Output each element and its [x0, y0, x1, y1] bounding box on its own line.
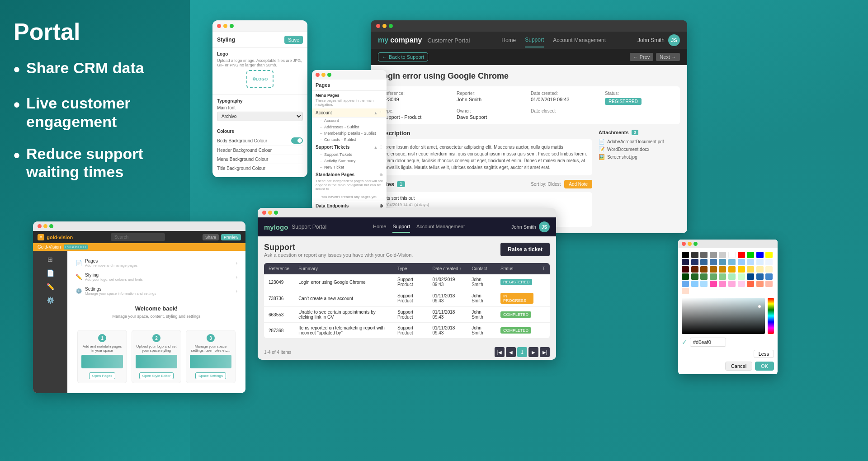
attachment-3[interactable]: 🖼️ Screenshot.jpg	[599, 153, 680, 161]
swatch-pink4[interactable]	[738, 281, 745, 287]
swatch-black[interactable]	[682, 252, 689, 258]
swatch-blue10[interactable]	[700, 281, 708, 287]
nav-settings[interactable]: ⚙️ Settings Manage your space informatio…	[73, 284, 240, 298]
subitem-new-ticket[interactable]: New Ticket	[312, 164, 387, 170]
swatch-teal4[interactable]	[756, 259, 764, 265]
subitem-addresses[interactable]: Addresses - Sublist	[312, 124, 387, 130]
close-dot-p[interactable]	[316, 73, 320, 77]
swatch-teal1[interactable]	[728, 259, 736, 265]
color-hex-input[interactable]	[690, 338, 726, 347]
close-dot[interactable]	[217, 24, 221, 28]
nav-pages[interactable]: 📄 Pages Add, remove and manage pages ›	[73, 256, 240, 270]
page-1-btn[interactable]: 1	[517, 347, 527, 357]
page-first-btn[interactable]: |◀	[495, 347, 505, 357]
table-row[interactable]: 738736 Can't create a new account Suppor…	[264, 290, 550, 307]
max-dot-p[interactable]	[327, 73, 331, 77]
support-tickets-header[interactable]: Support Tickets ▲ ⋮	[312, 143, 387, 151]
subitem-activity[interactable]: Activity Summary	[312, 158, 387, 164]
support-nav-support[interactable]: Support	[392, 221, 410, 233]
table-row[interactable]: 287368 Items reported on telemarketing r…	[264, 323, 550, 339]
nav-account[interactable]: Account Management	[553, 33, 606, 47]
raise-ticket-button[interactable]: Raise a ticket	[500, 243, 550, 256]
swatch-yellow[interactable]	[765, 252, 773, 258]
swatch-yellow4[interactable]	[756, 266, 764, 273]
min-dot-t[interactable]	[382, 24, 387, 28]
swatch-orange2[interactable]	[719, 266, 726, 273]
swatch-dark[interactable]	[691, 252, 698, 258]
swatch-peach[interactable]	[756, 281, 764, 287]
logo-placeholder[interactable]: ⚙ LOGO	[246, 70, 274, 88]
close-dot-c[interactable]	[682, 242, 686, 246]
close-dot-t[interactable]	[376, 24, 380, 28]
min-dot-a[interactable]	[43, 224, 47, 228]
swatch-blue7[interactable]	[765, 273, 773, 280]
swatch-peach2[interactable]	[765, 281, 773, 287]
support-nav-account[interactable]: Account Management	[416, 221, 465, 233]
swatch-blue6[interactable]	[756, 273, 764, 280]
sidebar-item-pages[interactable]: 📄	[33, 267, 67, 280]
swatch-blue5[interactable]	[747, 273, 754, 280]
swatch-red[interactable]	[738, 252, 745, 258]
swatch-light[interactable]	[719, 252, 726, 258]
share-button[interactable]: Share	[203, 234, 219, 240]
swatch-teal2[interactable]	[738, 259, 745, 265]
max-dot-a[interactable]	[49, 224, 53, 228]
swatch-blue2[interactable]	[700, 259, 708, 265]
account-item[interactable]: Account ▲ ⋮	[312, 108, 387, 118]
ok-button[interactable]: OK	[755, 362, 774, 371]
swatch-yellow2[interactable]	[738, 266, 745, 273]
swatch-green4[interactable]	[710, 273, 717, 280]
subitem-membership[interactable]: Membership Details - Sublist	[312, 130, 387, 136]
swatch-white[interactable]	[728, 252, 736, 258]
swatch-pink1[interactable]	[710, 281, 717, 287]
swatch-navy[interactable]	[682, 259, 689, 265]
swatch-salmon[interactable]	[747, 281, 754, 287]
nav-home[interactable]: Home	[501, 33, 516, 47]
prev-button[interactable]: ← Prev	[630, 53, 654, 61]
nav-styling[interactable]: ✏️ Styling Add your logo, set colours an…	[73, 270, 240, 284]
swatch-blue8[interactable]	[682, 281, 689, 287]
swatch-blue4[interactable]	[719, 259, 726, 265]
max-dot-s[interactable]	[274, 211, 278, 215]
swatch-peach3[interactable]	[682, 288, 689, 294]
swatch-cream[interactable]	[765, 266, 773, 273]
cancel-button[interactable]: Cancel	[725, 362, 752, 371]
sidebar-item-settings[interactable]: ⚙️	[33, 294, 67, 307]
max-dot[interactable]	[230, 24, 234, 28]
swatch-yellow3[interactable]	[747, 266, 754, 273]
body-bg-toggle[interactable]	[291, 137, 303, 144]
subitem-contacts[interactable]: Contacts - Sublist	[312, 136, 387, 143]
admin-search-input[interactable]	[111, 233, 165, 241]
max-dot-t[interactable]	[389, 24, 393, 28]
page-last-btn[interactable]: ▶|	[540, 347, 550, 357]
swatch-blue9[interactable]	[691, 281, 698, 287]
swatch-darkred[interactable]	[682, 266, 689, 273]
swatch-brown1[interactable]	[691, 266, 698, 273]
swatch-grey[interactable]	[710, 252, 717, 258]
subitem-account[interactable]: Account	[312, 118, 387, 124]
next-button[interactable]: Next →	[656, 53, 680, 61]
page-prev-btn[interactable]: ◀	[506, 347, 516, 357]
swatch-teal5[interactable]	[765, 259, 773, 265]
table-row[interactable]: 123049 Login error using Google Chrome S…	[264, 274, 550, 290]
page-next-btn[interactable]: ▶	[528, 347, 538, 357]
swatch-darkgreen[interactable]	[682, 273, 689, 280]
swatch-green6[interactable]	[728, 273, 736, 280]
swatch-brown2[interactable]	[700, 266, 708, 273]
close-dot-a[interactable]	[38, 224, 42, 228]
swatch-green3[interactable]	[700, 273, 708, 280]
min-dot[interactable]	[223, 24, 227, 28]
gradient-cursor[interactable]	[758, 305, 761, 308]
max-dot-c[interactable]	[693, 242, 698, 246]
back-to-support-btn[interactable]: ← Back to Support	[378, 52, 428, 61]
preview-button[interactable]: Preview	[221, 234, 241, 240]
swatch-blue[interactable]	[756, 252, 764, 258]
table-row[interactable]: 663553 Unable to see certain appointment…	[264, 307, 550, 323]
sidebar-item-styling[interactable]: ✏️	[33, 280, 67, 294]
subitem-support-tickets[interactable]: Support Tickets	[312, 151, 387, 158]
sidebar-item-dashboard[interactable]: ⊞	[33, 253, 67, 267]
min-dot-p[interactable]	[321, 73, 326, 77]
space-settings-button[interactable]: Space Settings	[195, 372, 226, 379]
swatch-green2[interactable]	[691, 273, 698, 280]
swatch-green7[interactable]	[738, 273, 745, 280]
